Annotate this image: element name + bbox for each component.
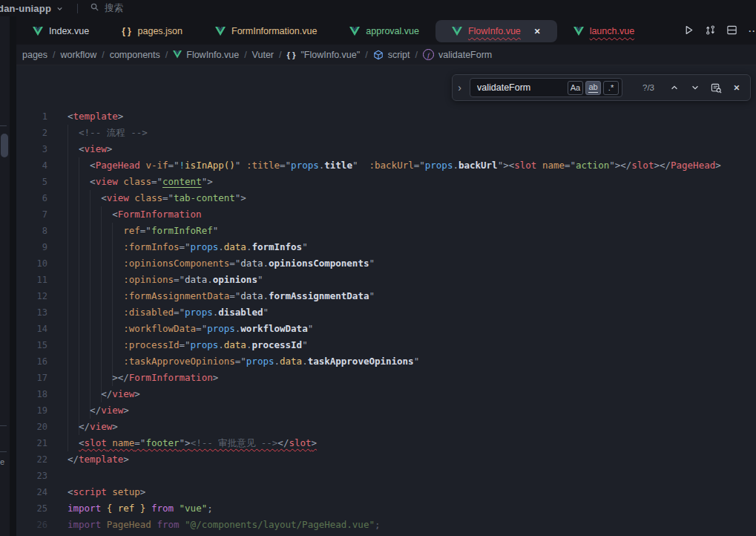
breadcrumb-item-components[interactable]: components [110,50,160,60]
tab-pages.json[interactable]: { }pages.json [105,20,199,42]
breadcrumb-separator: / [244,50,246,60]
code-token: =" [280,160,291,171]
sidebar-fragment [0,451,7,452]
code-line-content: </template> [68,451,129,468]
run-button[interactable] [683,24,694,39]
line-number: 9 [16,239,47,255]
more-actions-button[interactable]: ⋯ [748,24,756,38]
compare-button[interactable] [705,24,716,39]
code-token: name [542,160,565,171]
code-line-23[interactable]: 23 [16,468,756,484]
vue-icon [452,27,462,36]
code-token: opinions [213,274,257,285]
match-case-button[interactable]: Aa [568,81,583,95]
code-line-11[interactable]: 11 :opinions="data.opinions" [16,272,756,288]
breadcrumb-item-script[interactable]: script [373,50,410,60]
line-number: 11 [16,272,47,288]
breadcrumb-label: workflow [61,50,97,60]
whole-word-button[interactable]: ab [585,81,601,95]
project-selector[interactable]: dan-uniapp [0,3,64,14]
tab-FormInformation.vue[interactable]: FormInformation.vue [199,20,333,42]
tab-Index.vue[interactable]: Index.vue [16,20,105,42]
find-in-selection-button[interactable] [709,80,723,95]
code-token: view [90,421,112,432]
code-line-22[interactable]: 22</template> [16,451,756,468]
toggle-replace-button[interactable]: › [456,82,464,93]
code-token: . [274,356,280,367]
previous-match-button[interactable] [667,80,682,95]
vue-icon [173,50,182,58]
code-line-16[interactable]: 16 :taskApproveOpinions="props.data.task… [16,353,756,370]
close-find-icon[interactable]: ✕ [729,80,744,95]
code-line-12[interactable]: 12 :formAssignmentData="data.formAssignm… [16,288,756,304]
code-line-20[interactable]: 20 </view> [16,419,756,435]
code-token: :workflowData [123,323,196,334]
code-token: < [79,437,85,448]
breadcrumb-separator: / [165,50,168,60]
code-line-5[interactable]: 5 <view class="content"> [16,174,756,190]
code-line-24[interactable]: 24<script setup> [16,484,756,500]
code-line-18[interactable]: 18 </view> [16,386,756,402]
tabs: Index.vue{ }pages.jsonFormInformation.vu… [16,18,651,45]
code-token: script [73,486,107,497]
code-token: ; [375,519,381,530]
scrollbar-thumb[interactable] [1,134,8,157]
code-token: < [68,160,96,171]
code-token: "> [235,192,246,203]
global-search-button[interactable]: 搜索 [90,1,123,15]
json-braces-icon: { } [122,26,131,36]
code-token: PageHead [671,160,715,171]
code-token: =" [180,241,191,252]
code-token: > [123,454,129,465]
line-number: 10 [16,255,47,272]
code-line-8[interactable]: 8 ref="formInfoRef" [16,223,756,239]
code-line-2[interactable]: 2 <!-- 流程 --> [16,125,756,141]
code-line-14[interactable]: 14 :workflowData="props.workflowData" [16,321,756,337]
code-line-6[interactable]: 6 <view class="tab-content"> [16,190,756,206]
code-line-1[interactable]: 1<template> [16,108,756,125]
tab-approval.vue[interactable]: approval.vue [333,20,435,42]
code-line-7[interactable]: 7 <FormInformation [16,206,756,223]
code-line-content: :opinionsComponents="data.opinionsCompon… [68,255,375,272]
find-input[interactable] [477,82,565,93]
code-line-25[interactable]: 25import { ref } from "vue"; [16,500,756,517]
breadcrumb-item-pages[interactable]: pages [22,50,47,60]
code-token: props [246,356,275,367]
code-line-10[interactable]: 10 :opinionsComponents="data.opinionsCom… [16,255,756,272]
tab-FlowInfo.vue[interactable]: FlowInfo.vue✕ [435,20,557,42]
next-match-button[interactable] [688,80,703,95]
code-area[interactable]: 1<template>2 <!-- 流程 -->3 <view>4 <PageH… [16,65,756,536]
vue-icon [33,27,43,36]
breadcrumb-separator: / [415,50,418,60]
tab-launch.vue[interactable]: launch.vue [557,20,651,42]
code-lines: 1<template>2 <!-- 流程 -->3 <view>4 <PageH… [16,108,756,533]
tab-label: FormInformation.vue [231,26,317,36]
code-token [174,503,180,514]
breadcrumb-item-FlowInfo.vue[interactable]: FlowInfo.vue [173,50,239,60]
breadcrumb-item-workflow[interactable]: workflow [61,50,97,60]
chevron-down-icon [56,4,64,13]
line-number: 12 [16,288,47,304]
code-line-15[interactable]: 15 :processId="props.data.processId" [16,337,756,353]
code-line-17[interactable]: 17 ></FormInformation> [16,370,756,386]
code-token: "></ [609,160,631,171]
close-tab-icon[interactable]: ✕ [534,27,541,36]
breadcrumb-label: script [388,50,410,60]
code-line-19[interactable]: 19 </view> [16,402,756,419]
split-editor-button[interactable] [726,24,737,39]
breadcrumb-item-validateForm[interactable]: fvalidateForm [423,49,492,60]
breadcrumb-item-FlowInfo.vue[interactable]: { }"FlowInfo.vue" [287,50,361,60]
code-token: class [134,192,162,203]
tab-label: pages.json [138,26,183,36]
code-line-content: :disabled="props.disabled" [68,304,269,321]
code-indent [68,437,79,448]
code-line-9[interactable]: 9 :formInfos="props.data.formInfos" [16,239,756,255]
code-line-26[interactable]: 26import PageHead from "@/components/lay… [16,517,756,533]
breadcrumb-item-Vuter[interactable]: Vuter [252,50,274,60]
code-token: title [324,160,352,171]
code-line-4[interactable]: 4 <PageHead v-if="!isInApp()" :title="pr… [16,157,756,174]
code-line-13[interactable]: 13 :disabled="props.disabled" [16,304,756,321]
regex-button[interactable]: .* [603,81,619,95]
code-line-3[interactable]: 3 <view> [16,141,756,157]
code-line-21[interactable]: 21 <slot name="footer"><!-- 审批意见 --></sl… [16,435,756,451]
